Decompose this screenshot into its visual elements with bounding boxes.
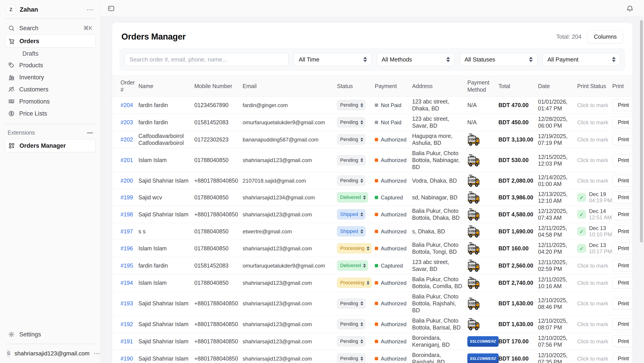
print-status-click-to-mark[interactable]: Click to mark: [577, 102, 608, 108]
columns-button[interactable]: Columns: [587, 30, 623, 43]
order-link[interactable]: #195: [120, 262, 133, 269]
caret-up-icon: [360, 322, 363, 324]
email-cell: shahriarsajid123@gmail.com: [242, 350, 337, 363]
order-link[interactable]: #194: [120, 280, 133, 286]
sidebar-item-price-lists[interactable]: Price Lists: [5, 107, 96, 120]
printed-datetime: Dec 1310:10 PM: [589, 225, 612, 238]
print-button[interactable]: Print: [612, 298, 633, 309]
print-status-click-to-mark[interactable]: Click to mark: [577, 321, 608, 327]
methods-filter-select[interactable]: All Methods: [376, 53, 454, 66]
payment-status-label: Authorized: [381, 211, 406, 218]
user-menu[interactable]: S shahriarsajid123@gmail.com ⋯: [5, 344, 96, 359]
sidebar-item-orders-manager[interactable]: Orders Manager: [5, 139, 96, 152]
order-link[interactable]: #198: [120, 211, 133, 218]
status-select[interactable]: Pending: [337, 175, 366, 186]
print-status-click-to-mark[interactable]: Click to mark: [577, 157, 608, 163]
caret-up-icon: [367, 281, 370, 283]
print-button[interactable]: Print: [612, 175, 633, 186]
svg-text:COD: COD: [469, 281, 476, 284]
print-status-click-to-mark[interactable]: Click to mark: [577, 280, 608, 286]
status-select[interactable]: Pending: [337, 298, 366, 309]
order-link[interactable]: #203: [120, 119, 133, 125]
payment-cell: Authorized: [375, 350, 412, 363]
print-button[interactable]: Print: [612, 277, 633, 289]
print-button[interactable]: Print: [612, 116, 633, 128]
order-link[interactable]: #200: [120, 177, 133, 184]
order-link[interactable]: #199: [120, 194, 133, 201]
sidebar-item-search[interactable]: Search ⌘K: [5, 22, 96, 34]
sidebar-item-customers[interactable]: Customers: [5, 83, 96, 95]
status-label: Pending: [340, 301, 358, 307]
sidebar-item-drafts[interactable]: Drafts: [5, 48, 96, 59]
status-select[interactable]: Processing: [337, 243, 372, 254]
time-filter-select[interactable]: All Time: [294, 53, 372, 66]
status-select[interactable]: Pending: [337, 117, 366, 127]
bell-icon[interactable]: [626, 5, 634, 12]
print-status-click-to-mark[interactable]: Click to mark: [577, 178, 608, 184]
status-select[interactable]: Shipped: [337, 209, 366, 220]
status-select[interactable]: Pending: [337, 100, 366, 110]
order-link[interactable]: #204: [120, 102, 133, 108]
print-button[interactable]: Print: [612, 243, 633, 254]
print-button[interactable]: Print: [612, 318, 633, 330]
tag-icon: [8, 62, 15, 69]
sidebar-item-promotions[interactable]: Promotions: [5, 95, 96, 107]
status-select[interactable]: Delivered: [337, 192, 368, 203]
status-select[interactable]: Pending: [337, 155, 366, 165]
print-status-click-to-mark[interactable]: Click to mark: [577, 119, 608, 125]
print-button[interactable]: Print: [612, 226, 633, 237]
sidebar-item-inventory[interactable]: Inventory: [5, 71, 96, 83]
order-link[interactable]: #190: [120, 356, 133, 362]
order-link[interactable]: #196: [120, 245, 133, 252]
status-select[interactable]: Processing: [337, 278, 372, 288]
collapse-icon[interactable]: —: [87, 129, 93, 136]
printed-datetime: Dec 1904:19 PM: [589, 191, 612, 204]
order-link[interactable]: #201: [120, 157, 133, 163]
address-cell: Balia Pukur, Choto Bottola, Rajshahi, BD: [412, 292, 467, 316]
sidebar: Z Zahan ⋯ Search ⌘K Orders Drafts Produc…: [0, 0, 100, 363]
vertical-scrollbar[interactable]: [640, 20, 643, 243]
payment-status: Authorized: [375, 321, 408, 328]
print-button[interactable]: Print: [612, 99, 633, 111]
user-menu-icon[interactable]: ⋯: [94, 350, 101, 357]
print-status-click-to-mark[interactable]: Click to mark: [577, 263, 608, 269]
status-select[interactable]: Pending: [337, 336, 366, 347]
search-input[interactable]: [124, 53, 289, 66]
order-link[interactable]: #191: [120, 338, 133, 345]
order-cell: #200: [112, 172, 138, 189]
print-status-click-to-mark[interactable]: Click to mark: [577, 339, 608, 345]
print-button[interactable]: Print: [612, 260, 633, 271]
print-cell: Print: [612, 172, 633, 189]
user-email: shahriarsajid123@gmail.com: [14, 350, 90, 357]
print-button[interactable]: Print: [612, 353, 633, 363]
statuses-filter-select[interactable]: All Statuses: [460, 53, 538, 66]
order-link[interactable]: #197: [120, 228, 133, 235]
status-label: Pending: [340, 137, 358, 142]
print-status-click-to-mark[interactable]: Click to mark: [577, 356, 608, 362]
sidebar-item-products[interactable]: Products: [5, 59, 96, 71]
print-status-click-to-mark[interactable]: Click to mark: [577, 300, 608, 307]
order-link[interactable]: #193: [120, 300, 133, 307]
sidebar-item-orders[interactable]: Orders: [5, 35, 96, 48]
payment-filter-select[interactable]: All Payment: [542, 53, 620, 66]
order-link[interactable]: #202: [120, 136, 133, 143]
workspace-menu-icon[interactable]: ⋯: [87, 6, 94, 13]
print-button[interactable]: Print: [612, 336, 633, 347]
status-select[interactable]: Delivered: [337, 260, 368, 271]
print-status-click-to-mark[interactable]: Click to mark: [577, 137, 608, 143]
status-select[interactable]: Pending: [337, 134, 366, 145]
sidebar-item-label: Drafts: [22, 50, 38, 57]
print-button[interactable]: Print: [612, 209, 633, 220]
panel-left-toggle-icon[interactable]: [107, 5, 115, 12]
date-line2: 06:00 PM: [538, 122, 573, 129]
print-button[interactable]: Print: [612, 134, 633, 145]
order-link[interactable]: #192: [120, 321, 133, 327]
workspace-header[interactable]: Z Zahan ⋯: [5, 4, 96, 18]
print-button[interactable]: Print: [612, 154, 633, 166]
print-button[interactable]: Print: [612, 192, 633, 203]
status-select[interactable]: Pending: [337, 354, 366, 363]
sidebar-item-settings[interactable]: Settings: [5, 328, 96, 341]
status-select[interactable]: Shipped: [337, 226, 366, 237]
status-label: Processing: [340, 280, 364, 286]
status-select[interactable]: Pending: [337, 319, 366, 329]
